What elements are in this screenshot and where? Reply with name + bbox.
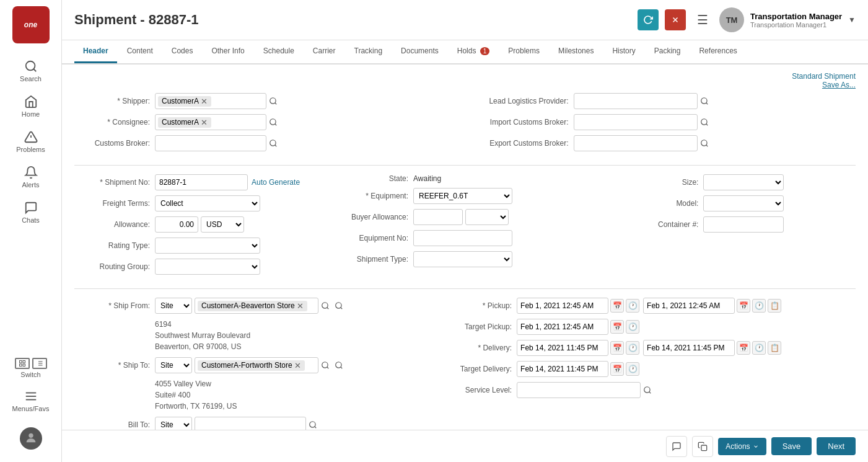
ship-to-search2[interactable]	[332, 358, 346, 372]
user-dropdown-arrow[interactable]: ▼	[848, 16, 856, 24]
pickup-date1-input[interactable]	[517, 298, 608, 314]
close-button[interactable]	[665, 9, 686, 30]
rating-type-select[interactable]	[155, 238, 260, 254]
tab-history[interactable]: History	[603, 40, 644, 63]
delivery-date1-input[interactable]	[517, 340, 608, 356]
ship-from-search1[interactable]	[318, 299, 332, 313]
sidebar-item-home[interactable]: Home	[0, 89, 61, 124]
target-pickup-input[interactable]	[517, 319, 608, 335]
delivery-datetime2: 📅 🕐 📋	[643, 340, 781, 356]
shipper-remove[interactable]: ✕	[201, 97, 208, 106]
auto-generate-link[interactable]: Auto Generate	[252, 178, 300, 187]
comment-button[interactable]	[666, 436, 687, 457]
buyer-allowance-label: Buyer Allowance:	[339, 213, 413, 221]
sidebar-item-search[interactable]: Search	[0, 53, 61, 89]
ship-from-search2[interactable]	[332, 299, 346, 313]
delivery-calendar2[interactable]: 📅	[737, 341, 750, 355]
ship-to-type-select[interactable]: Site	[155, 357, 192, 373]
customs-broker-input[interactable]	[155, 135, 266, 151]
size-select[interactable]	[703, 174, 784, 190]
sidebar-item-switch[interactable]: Switch	[0, 353, 61, 383]
shipper-search-button[interactable]	[266, 94, 280, 108]
tab-documents[interactable]: Documents	[392, 40, 447, 63]
buyer-allowance-input[interactable]	[413, 209, 463, 225]
customs-broker-search-button[interactable]	[266, 136, 280, 150]
lead-logistics-input[interactable]	[574, 93, 698, 109]
freight-terms-select[interactable]: Collect	[155, 195, 260, 211]
target-pickup-row: Target Pickup: 📅 🕐	[436, 319, 856, 335]
ship-to-remove[interactable]: ✕	[294, 361, 301, 370]
sidebar-item-alerts[interactable]: Alerts	[0, 159, 61, 195]
refresh-button[interactable]	[638, 9, 659, 30]
delivery-date2-input[interactable]	[643, 340, 735, 356]
routing-group-select[interactable]	[155, 259, 260, 275]
target-pickup-calendar[interactable]: 📅	[610, 320, 624, 334]
allowance-currency-select[interactable]: USD	[201, 216, 244, 233]
service-level-search[interactable]	[641, 383, 654, 397]
target-delivery-input[interactable]	[517, 361, 608, 377]
ship-to-input[interactable]: CustomerA-Fortworth Store ✕	[195, 357, 318, 373]
import-customs-search[interactable]	[698, 115, 711, 129]
pickup-clock2[interactable]: 🕐	[752, 299, 766, 313]
tab-schedule[interactable]: Schedule	[255, 40, 303, 63]
consignee-search-button[interactable]	[266, 115, 280, 129]
app-logo[interactable]: one	[12, 6, 50, 43]
ship-from-type-select[interactable]: Site	[155, 298, 192, 314]
tab-carrier[interactable]: Carrier	[304, 40, 344, 63]
ship-to-search1[interactable]	[318, 358, 332, 372]
tab-references[interactable]: References	[690, 40, 745, 63]
import-customs-input[interactable]	[574, 114, 698, 130]
tab-tracking[interactable]: Tracking	[346, 40, 392, 63]
sidebar-avatar-btn[interactable]	[0, 421, 61, 456]
sidebar-item-menus[interactable]: Menus/Favs	[0, 383, 61, 419]
delivery-clock1[interactable]: 🕐	[626, 341, 639, 355]
ship-from-remove[interactable]: ✕	[297, 301, 304, 311]
tab-codes[interactable]: Codes	[163, 40, 202, 63]
standard-shipment-link[interactable]: Standard Shipment	[792, 72, 856, 81]
consignee-input[interactable]: CustomerA ✕	[155, 114, 266, 130]
pickup-clock1[interactable]: 🕐	[626, 299, 639, 313]
tab-bar: Header Content Codes Other Info Schedule…	[62, 40, 868, 64]
shipment-type-select[interactable]	[413, 251, 512, 267]
tab-content[interactable]: Content	[118, 40, 162, 63]
tab-problems[interactable]: Problems	[499, 40, 548, 63]
save-button[interactable]: Save	[771, 437, 812, 455]
allowance-input[interactable]	[155, 216, 198, 233]
target-delivery-calendar[interactable]: 📅	[610, 362, 624, 376]
equipment-no-input[interactable]	[413, 230, 512, 246]
delivery-copy[interactable]: 📋	[768, 341, 781, 355]
hamburger-menu-button[interactable]: ☰	[692, 10, 713, 30]
save-as-link[interactable]: Save As...	[792, 81, 856, 89]
sidebar-item-chats[interactable]: Chats	[0, 195, 61, 230]
delivery-calendar1[interactable]: 📅	[610, 341, 624, 355]
ship-from-input[interactable]: CustomerA-Beaverton Store ✕	[195, 298, 318, 314]
shipper-input[interactable]: CustomerA ✕	[155, 93, 266, 109]
tab-packing[interactable]: Packing	[646, 40, 690, 63]
tab-milestones[interactable]: Milestones	[550, 40, 602, 63]
actions-button[interactable]: Actions	[718, 438, 766, 455]
pickup-date2-input[interactable]	[643, 298, 735, 314]
container-no-input[interactable]	[703, 216, 784, 233]
pickup-calendar1[interactable]: 📅	[610, 299, 624, 313]
export-customs-input[interactable]	[574, 135, 698, 151]
lead-logistics-search[interactable]	[698, 94, 711, 108]
consignee-remove[interactable]: ✕	[201, 118, 208, 127]
sidebar-item-problems[interactable]: Problems	[0, 124, 61, 159]
next-button[interactable]: Next	[817, 437, 856, 455]
export-customs-search[interactable]	[698, 136, 711, 150]
pickup-copy[interactable]: 📋	[768, 299, 781, 313]
shipment-no-input[interactable]	[155, 174, 248, 190]
target-delivery-clock[interactable]: 🕐	[626, 362, 639, 376]
target-pickup-clock[interactable]: 🕐	[626, 320, 639, 334]
delivery-clock2[interactable]: 🕐	[752, 341, 766, 355]
tab-holds[interactable]: Holds 1	[449, 40, 499, 63]
tab-header[interactable]: Header	[74, 40, 117, 63]
buyer-allowance-currency[interactable]	[465, 209, 509, 225]
tab-other-info[interactable]: Other Info	[203, 40, 253, 63]
service-level-input[interactable]	[517, 382, 641, 398]
equipment-select[interactable]: REEFER_0.6T	[413, 188, 512, 204]
copy-button[interactable]	[692, 436, 713, 457]
model-select[interactable]	[703, 195, 784, 211]
shipment-no-label: * Shipment No:	[74, 178, 155, 187]
pickup-calendar2[interactable]: 📅	[737, 299, 750, 313]
